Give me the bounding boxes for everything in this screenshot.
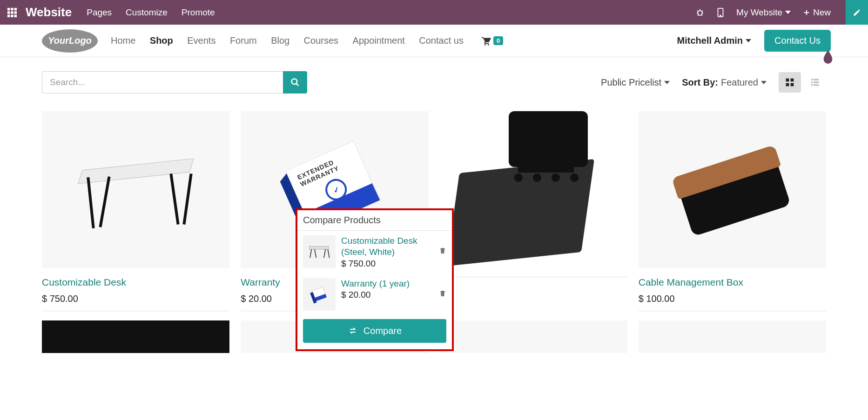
compare-item-name[interactable]: Customizable Desk (Steel, White) [341, 235, 433, 258]
nav-shop[interactable]: Shop [150, 35, 173, 46]
search-input[interactable] [42, 71, 283, 93]
compare-button[interactable]: Compare [303, 319, 446, 343]
cart-icon [480, 36, 491, 46]
nav-appointment[interactable]: Appointment [353, 35, 405, 46]
topbar-link-customize[interactable]: Customize [126, 7, 168, 18]
cart-button[interactable]: 0 [480, 36, 503, 46]
cart-badge: 0 [493, 36, 503, 45]
apps-grid-icon[interactable] [7, 7, 17, 18]
compare-products-popup: Compare Products Customizable Desk (Stee… [296, 208, 454, 351]
svg-rect-2 [14, 7, 17, 10]
search-group [42, 71, 307, 93]
compare-item-info: Customizable Desk (Steel, White) $ 750.0… [341, 235, 433, 269]
svg-point-14 [292, 79, 297, 85]
nav-home[interactable]: Home [111, 35, 135, 46]
grid-icon [785, 78, 794, 87]
compare-item-name[interactable]: Warranty (1 year) [341, 278, 433, 289]
svg-rect-15 [786, 79, 789, 82]
svg-rect-25 [309, 246, 329, 249]
compare-thumb [303, 235, 336, 268]
compare-item: Warranty (1 year) $ 20.00 [297, 273, 452, 315]
sort-value: Featured [721, 77, 758, 88]
chair-mat-illustration [440, 111, 627, 268]
mobile-preview-icon[interactable] [717, 7, 724, 18]
svg-rect-1 [11, 7, 13, 10]
compare-item-price: $ 20.00 [341, 290, 433, 300]
caret-down-icon [664, 81, 670, 84]
compare-item-price: $ 750.00 [341, 259, 433, 269]
desk-illustration [80, 150, 192, 229]
svg-rect-21 [811, 81, 813, 83]
svg-rect-20 [814, 79, 819, 80]
compare-item-info: Warranty (1 year) $ 20.00 [341, 278, 433, 300]
site-logo[interactable]: YourLogo [42, 29, 98, 53]
compare-item: Customizable Desk (Steel, White) $ 750.0… [297, 231, 452, 273]
list-view-button[interactable] [804, 72, 826, 93]
sort-dropdown[interactable]: Sort By: Featured [682, 77, 767, 88]
pricelist-label: Public Pricelist [601, 77, 661, 88]
grid-view-button[interactable] [779, 72, 801, 93]
svg-point-13 [488, 44, 489, 45]
caret-down-icon [746, 39, 751, 42]
search-button[interactable] [283, 71, 307, 93]
remove-compare-item[interactable] [439, 247, 446, 255]
topbar-link-promote[interactable]: Promote [182, 7, 215, 18]
product-price: $ 100.00 [639, 293, 826, 304]
nav-contact[interactable]: Contact us [419, 35, 464, 46]
product-card[interactable] [440, 111, 627, 311]
product-card[interactable]: Cable Management Box $ 100.00 [639, 111, 826, 311]
compare-button-label: Compare [363, 326, 402, 336]
debug-icon[interactable] [695, 8, 705, 17]
view-switch [779, 72, 826, 93]
list-icon [810, 78, 820, 87]
svg-rect-23 [811, 84, 813, 86]
header-right: Mitchell Admin Contact Us [677, 30, 831, 52]
divider [639, 311, 826, 311]
product-image [42, 111, 229, 268]
svg-rect-3 [7, 11, 10, 14]
svg-line-28 [324, 249, 325, 258]
main-nav: Home Shop Events Forum Blog Courses Appo… [111, 35, 476, 46]
droplet-icon [821, 49, 834, 66]
sort-label: Sort By: [682, 77, 718, 88]
app-title[interactable]: Website [26, 5, 72, 20]
contact-us-button[interactable]: Contact Us [764, 30, 831, 52]
product-card[interactable]: Customizable Desk $ 750.00 [42, 111, 229, 311]
shop-toolbar: Public Pricelist Sort By: Featured [0, 57, 868, 98]
product-card[interactable] [440, 320, 627, 353]
topbar-link-pages[interactable]: Pages [87, 7, 112, 18]
svg-rect-22 [814, 81, 819, 83]
svg-point-12 [484, 44, 486, 45]
user-menu[interactable]: Mitchell Admin [677, 35, 751, 46]
svg-rect-4 [11, 11, 13, 14]
product-image [639, 320, 826, 353]
swap-icon [348, 327, 358, 335]
svg-rect-17 [786, 83, 789, 87]
product-title[interactable]: Customizable Desk [42, 277, 229, 288]
svg-rect-16 [791, 79, 794, 82]
pricelist-dropdown[interactable]: Public Pricelist [601, 77, 670, 88]
product-card[interactable] [639, 320, 826, 353]
product-card[interactable] [42, 320, 229, 353]
svg-rect-5 [14, 11, 17, 14]
nav-blog[interactable]: Blog [271, 35, 289, 46]
nav-forum[interactable]: Forum [230, 35, 257, 46]
site-header: YourLogo Home Shop Events Forum Blog Cou… [0, 25, 868, 57]
trash-icon [439, 289, 446, 298]
caret-down-icon [785, 11, 791, 14]
svg-rect-18 [791, 83, 794, 87]
remove-compare-item[interactable] [439, 289, 446, 298]
nav-events[interactable]: Events [187, 35, 215, 46]
my-website-dropdown[interactable]: My Website [736, 7, 791, 18]
product-image [440, 320, 627, 353]
svg-point-11 [720, 15, 721, 16]
svg-line-29 [328, 249, 329, 258]
edit-button[interactable] [846, 0, 868, 25]
new-button[interactable]: New [803, 7, 831, 18]
product-title[interactable]: Cable Management Box [639, 277, 826, 288]
svg-rect-8 [14, 14, 17, 17]
cable-box-illustration [660, 127, 804, 253]
nav-courses[interactable]: Courses [304, 35, 338, 46]
product-image [42, 320, 229, 353]
divider [440, 277, 627, 277]
